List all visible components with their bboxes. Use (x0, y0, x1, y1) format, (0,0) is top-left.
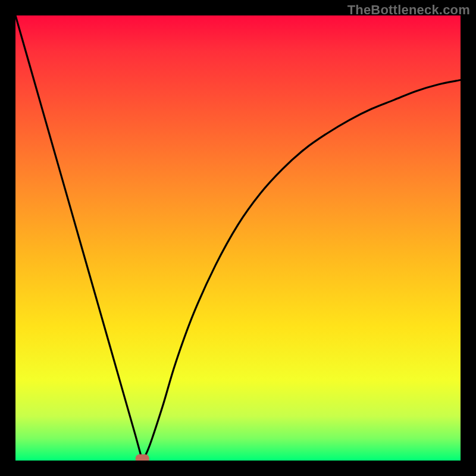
minimum-marker (136, 455, 149, 461)
curve-svg (15, 15, 461, 461)
plot-area (15, 15, 461, 461)
curve-left-branch (15, 15, 142, 461)
chart-frame: TheBottleneck.com (0, 0, 476, 476)
curve-right-branch (142, 80, 461, 461)
